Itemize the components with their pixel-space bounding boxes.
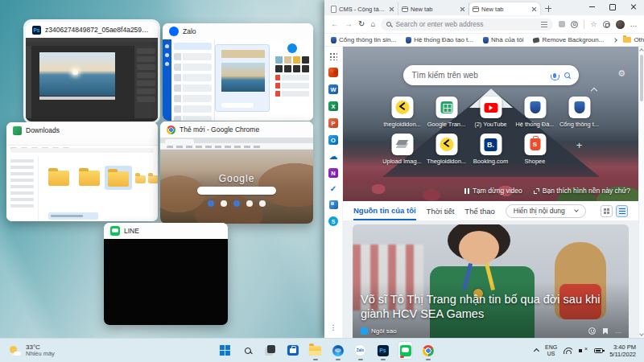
tab-close-icon[interactable] bbox=[389, 6, 394, 12]
word-icon[interactable]: W bbox=[328, 84, 338, 94]
tab-close-icon[interactable] bbox=[460, 6, 465, 12]
window-title-chrome: Thẻ mới - Google Chrome bbox=[180, 125, 259, 134]
card-more-icon[interactable]: … bbox=[615, 330, 622, 332]
office-icon[interactable] bbox=[328, 68, 338, 77]
shortcut-cong-thong-tin[interactable]: Cổng thông t... bbox=[557, 97, 601, 128]
news-card[interactable]: Võ sĩ Tô Thị Trang nhận tin bố qua đời s… bbox=[353, 224, 629, 338]
search-icon[interactable] bbox=[564, 72, 570, 78]
feed-tab-my-sources[interactable]: Nguồn tin của tôi bbox=[353, 201, 416, 220]
app-launcher-icon[interactable] bbox=[329, 52, 337, 60]
shortcut-google-trang-tinh[interactable]: Google Tran... bbox=[424, 97, 469, 128]
new-tab-button[interactable] bbox=[543, 3, 554, 14]
scroll-up-arrow[interactable] bbox=[639, 48, 644, 53]
excel-icon[interactable]: X bbox=[328, 101, 338, 111]
shortcut-thegioididong[interactable]: thegioididon... bbox=[380, 97, 424, 128]
back-icon[interactable]: ← bbox=[331, 20, 339, 28]
zalo-button[interactable]: Zalo bbox=[353, 341, 368, 360]
shortcut-youtube[interactable]: (2) YouTube bbox=[469, 97, 513, 128]
news-feed: Võ sĩ Tô Thị Trang nhận tin bố qua đời s… bbox=[343, 220, 638, 338]
scroll-down-arrow[interactable] bbox=[639, 331, 644, 336]
battery-icon[interactable] bbox=[594, 348, 603, 353]
forward-icon[interactable]: → bbox=[345, 20, 353, 28]
outlook-icon[interactable]: O bbox=[328, 135, 338, 145]
shortcut-thegioididong-2[interactable]: Thegioididon... bbox=[424, 134, 469, 165]
scrollbar-thumb[interactable] bbox=[640, 55, 643, 101]
search-tools-icon[interactable] bbox=[541, 22, 547, 27]
msn-icon[interactable] bbox=[329, 200, 338, 209]
skype-icon[interactable]: S bbox=[328, 216, 338, 226]
tab-newtab-1[interactable]: New tab bbox=[398, 2, 469, 15]
taskbar-search-button[interactable] bbox=[240, 341, 255, 360]
other-favorites[interactable]: Other favorites bbox=[623, 36, 644, 43]
bookmark-nha-cua-toi[interactable]: Nhà của tôi bbox=[483, 36, 523, 43]
shortcut-he-thong-dao-tao[interactable]: Hệ thống Đà... bbox=[513, 97, 557, 128]
feed-tab-weather[interactable]: Thời tiết bbox=[427, 201, 455, 220]
tab-close-icon[interactable] bbox=[531, 6, 537, 12]
onedrive-icon[interactable]: ☁ bbox=[329, 152, 338, 161]
minimize-button[interactable] bbox=[581, 0, 602, 14]
like-wallpaper-button[interactable]: Bạn thích hình nền này chứ? bbox=[534, 187, 630, 195]
shortcut-booking[interactable]: B. Booking.com bbox=[469, 134, 513, 165]
grid-view-button[interactable] bbox=[601, 205, 613, 217]
tab-cms[interactable]: CMS - Cộng tác viên bbox=[328, 2, 398, 15]
home-icon[interactable]: ⌂ bbox=[370, 20, 375, 28]
powerpoint-icon[interactable]: P bbox=[328, 118, 338, 128]
scrollbar[interactable] bbox=[638, 47, 644, 338]
mic-icon[interactable] bbox=[553, 73, 556, 78]
line-button[interactable] bbox=[398, 341, 413, 360]
window-thumbnail-photoshop[interactable]: Ps z3406274849872_05ae8f4a25905ec81f651d… bbox=[26, 22, 158, 121]
todo-icon[interactable]: ✓ bbox=[330, 185, 336, 193]
window-thumbnail-downloads[interactable]: Downloads bbox=[6, 122, 158, 221]
shortcut-shopee[interactable]: S Shopee bbox=[513, 134, 557, 165]
tab-newtab-2-active[interactable]: New tab bbox=[469, 2, 540, 15]
photoshop-button[interactable]: Ps bbox=[375, 341, 390, 360]
more-menu-icon[interactable]: … bbox=[630, 23, 638, 27]
taskbar-clock[interactable]: 3:40 PM 5/11/2022 bbox=[609, 343, 636, 358]
language-switcher[interactable]: ENG US bbox=[545, 344, 557, 356]
pause-video-button[interactable]: Tạm dừng video bbox=[464, 187, 522, 195]
taskbar-weather-widget[interactable]: 33°C Nhiều mây bbox=[0, 343, 55, 358]
address-bar[interactable]: Search or enter web address bbox=[381, 19, 553, 31]
start-button[interactable] bbox=[217, 341, 233, 360]
news-headline[interactable]: Võ sĩ Tô Thị Trang nhận tin bố qua đời s… bbox=[361, 292, 621, 322]
system-tray: ENG US 3:40 PM 5/11/2022 bbox=[535, 343, 644, 358]
tray-overflow-chevron[interactable] bbox=[534, 348, 539, 354]
reload-icon[interactable]: ↻ bbox=[358, 20, 365, 28]
profile-avatar[interactable] bbox=[616, 20, 625, 29]
onenote-icon[interactable]: N bbox=[328, 168, 338, 178]
volume-muted-icon[interactable] bbox=[579, 347, 588, 354]
bookmark-remove-background[interactable]: Remove Backgroun... bbox=[533, 36, 604, 43]
collections-icon[interactable] bbox=[603, 21, 610, 28]
bookmarks-overflow-chevron[interactable] bbox=[613, 38, 618, 43]
bookmark-he-thong-dao-tao[interactable]: Hệ thống Đào tạo t... bbox=[406, 36, 473, 43]
folder-icon bbox=[108, 171, 129, 187]
list-view-button[interactable] bbox=[616, 205, 628, 217]
store-button[interactable] bbox=[285, 341, 300, 360]
sidebar-more-icon[interactable]: ⋮ bbox=[330, 323, 337, 331]
newtab-search-box[interactable]: Tìm kiếm trên web bbox=[403, 65, 579, 85]
task-view-button[interactable] bbox=[262, 341, 278, 360]
window-thumbnail-line[interactable]: LINE bbox=[104, 223, 228, 325]
page-settings-gear-icon[interactable]: ⚙ bbox=[617, 69, 625, 78]
bookmark-icon[interactable] bbox=[603, 328, 608, 335]
edge-button[interactable] bbox=[330, 341, 345, 360]
chrome-button[interactable] bbox=[420, 341, 436, 360]
ps-toolbar bbox=[26, 46, 31, 118]
wifi-icon[interactable] bbox=[564, 348, 572, 354]
window-thumbnail-chrome[interactable]: Thẻ mới - Google Chrome Google bbox=[160, 121, 313, 224]
window-title-line: LINE bbox=[124, 227, 139, 235]
maximize-button[interactable] bbox=[602, 0, 623, 14]
shortcut-upload-image[interactable]: Upload Imag... bbox=[380, 134, 424, 165]
feed-tab-sports[interactable]: Thể thao bbox=[464, 201, 495, 220]
reaction-icon[interactable] bbox=[588, 327, 596, 335]
window-thumbnail-zalo[interactable]: Zalo bbox=[163, 23, 313, 121]
search-icon bbox=[386, 22, 391, 27]
content-visibility-dropdown[interactable]: Hiển thị nội dung bbox=[506, 204, 586, 218]
file-explorer-button[interactable] bbox=[308, 341, 323, 360]
g-extension-icon[interactable]: G bbox=[571, 21, 578, 28]
bookmark-cong-thong-tin[interactable]: Cổng thông tin sin... bbox=[331, 36, 396, 43]
close-button[interactable] bbox=[623, 0, 644, 14]
extension-icon[interactable] bbox=[559, 21, 565, 27]
add-shortcut-button[interactable]: + bbox=[557, 134, 601, 165]
favorites-star-icon[interactable]: ☆ bbox=[590, 21, 597, 28]
